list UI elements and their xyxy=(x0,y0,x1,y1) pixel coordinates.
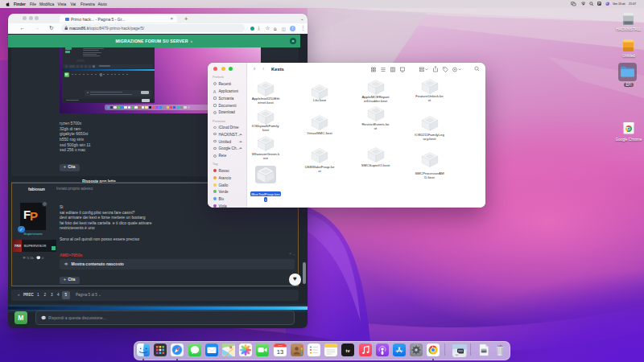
svg-text:13: 13 xyxy=(276,348,283,355)
svg-text:OTT: OTT xyxy=(278,344,282,347)
